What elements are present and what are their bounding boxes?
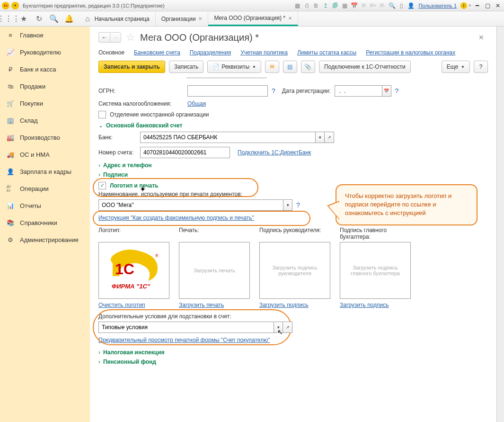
zoom-icon[interactable]: 🔍 — [388, 2, 396, 9]
sidebar-item-main[interactable]: ≡Главное — [0, 27, 90, 44]
sidebar-item-directories[interactable]: 📚Справочники — [0, 214, 90, 231]
apps-icon[interactable]: ⋮⋮⋮ — [4, 14, 13, 24]
sidebar-item-reports[interactable]: 📊Отчеты — [0, 197, 90, 214]
favorite-icon[interactable]: ★ — [19, 14, 28, 24]
close-page-button[interactable]: ✕ — [475, 34, 488, 41]
gear-icon: ⚙ — [7, 236, 14, 243]
help-icon[interactable]: ? — [395, 87, 399, 95]
sidebar-item-admin[interactable]: ⚙Администрирование — [0, 231, 90, 248]
history-icon[interactable]: ↻ — [34, 14, 44, 24]
subnav-bank-accounts[interactable]: Банковские счета — [134, 49, 180, 56]
help-button[interactable]: ? — [474, 61, 488, 73]
close-button[interactable]: ✕ — [494, 2, 502, 9]
attach-button[interactable]: 📎 — [301, 61, 315, 73]
address-section-toggle[interactable]: ›Адрес и телефон — [98, 162, 488, 169]
account-input[interactable] — [140, 147, 230, 158]
nav-back-button[interactable]: ← — [98, 32, 110, 43]
minimize-button[interactable]: ━ — [473, 2, 481, 9]
grid-icon[interactable]: ▦ — [341, 2, 348, 9]
subnav-main[interactable]: Основное — [98, 49, 124, 56]
sidebar-item-sales[interactable]: 🛍Продажи — [0, 78, 90, 95]
subnav-accounting[interactable]: Учетная политика — [240, 49, 288, 56]
sidebar-item-operations[interactable]: Дт КтОперации — [0, 180, 90, 197]
sidebar-item-salary[interactable]: 👤Зарплата и кадры — [0, 163, 90, 180]
bookmark-icon[interactable]: ☆ — [126, 31, 135, 44]
calendar-icon[interactable]: 📅 — [350, 2, 358, 9]
tab-organizations[interactable]: Организации✕ — [156, 11, 209, 26]
sign-acc-placeholder[interactable]: Загрузить подпись главного бухгалтера — [340, 242, 411, 299]
foreign-checkbox[interactable] — [98, 111, 106, 118]
stamp-placeholder[interactable]: Загрузить печать — [179, 242, 250, 299]
title-dropdown[interactable]: ▾ — [11, 2, 19, 9]
sign-head-placeholder[interactable]: Загрузить подпись руководителя — [259, 242, 330, 299]
instruction-link[interactable]: Инструкция "Как создать факсимильную под… — [98, 215, 254, 221]
logo-section-title[interactable]: Логотип и печать — [110, 182, 159, 189]
clipboard-icon[interactable]: ▯ — [398, 2, 405, 9]
bank-open-button[interactable]: ↗ — [325, 132, 334, 143]
load-sign-acc-link[interactable]: Загрузить подпись — [340, 302, 389, 308]
print-name-dropdown[interactable]: ▾ — [283, 199, 292, 211]
signatures-section-toggle[interactable]: ›Подписи — [98, 171, 488, 178]
extra-cond-open[interactable]: ↗ — [283, 322, 292, 333]
sidebar-item-warehouse[interactable]: 🏢Склад — [0, 112, 90, 129]
load-stamp-link[interactable]: Загрузить печать — [179, 302, 224, 308]
m-plus-icon[interactable]: M+ — [369, 2, 377, 9]
load-sign-head-link[interactable]: Загрузить подпись — [259, 302, 309, 308]
bank-input[interactable] — [140, 132, 315, 143]
bank-section-toggle[interactable]: ⌄Основной банковский счет — [98, 122, 488, 129]
preview-link[interactable]: Предварительный просмотр печатной формы … — [98, 337, 270, 343]
tax-system-link[interactable]: Общая — [187, 100, 206, 107]
save-button[interactable]: Записать — [169, 61, 203, 73]
docs-icon[interactable]: 🗎 — [312, 2, 320, 9]
extra-cond-input[interactable] — [98, 322, 274, 333]
clear-logo-link[interactable]: Очистить логотип — [98, 302, 145, 308]
sidebar-item-bank[interactable]: ₽Банк и касса — [0, 61, 90, 78]
import-icon[interactable]: 🗐 — [331, 2, 339, 9]
more-button[interactable]: Еще▼ — [442, 61, 470, 73]
bell-icon[interactable]: 🔔 — [64, 14, 74, 24]
building-icon: 🏢 — [7, 117, 14, 124]
mail-button[interactable]: ✉ — [265, 61, 279, 73]
save-close-button[interactable]: Записать и закрыть — [98, 61, 165, 73]
help-icon[interactable]: ? — [272, 87, 275, 95]
requisites-button[interactable]: 📄Реквизиты▼ — [207, 61, 261, 73]
nav-forward-button[interactable]: → — [110, 32, 121, 43]
search-icon[interactable]: 🔍 — [49, 14, 59, 24]
menu-icon: ≡ — [7, 31, 14, 39]
bank-dropdown-button[interactable]: ▾ — [315, 132, 325, 143]
calendar-button[interactable]: 📅 — [382, 85, 391, 97]
sidebar-item-purchases[interactable]: 🛒Покупки — [0, 95, 90, 112]
toolbar-icon[interactable]: ▦ — [293, 2, 301, 9]
ogrn-input[interactable] — [187, 85, 268, 97]
truck-icon: 🚚 — [7, 151, 14, 158]
tax-inspection-toggle[interactable]: ›Налоговая инспекция — [98, 349, 488, 356]
subnav-divisions[interactable]: Подразделения — [190, 49, 231, 56]
pension-fund-toggle[interactable]: ›Пенсионный фонд — [98, 359, 488, 365]
tab-mega-ooo[interactable]: Мега ООО (Организация) *✕ — [208, 11, 298, 26]
vertical-scrollbar[interactable] — [496, 27, 504, 422]
username-link[interactable]: Пользователь 1 — [418, 3, 457, 9]
sidebar-item-manager[interactable]: 📈Руководителю — [0, 44, 90, 61]
form-scrollable: ОГРН: ? Дата регистрации: 📅 ? Система на… — [90, 78, 496, 422]
sidebar-item-production[interactable]: 🏭Производство — [0, 129, 90, 146]
direct-bank-link[interactable]: Подключить 1С:ДиректБанк — [238, 149, 311, 156]
m-icon[interactable]: M — [360, 2, 367, 9]
sidebar-item-assets[interactable]: 🚚ОС и НМА — [0, 146, 90, 163]
export-icon[interactable]: ↥ — [322, 2, 329, 9]
maximize-button[interactable]: ▢ — [483, 2, 492, 9]
logo-checkbox[interactable]: ✓ — [98, 182, 106, 189]
connect-1c-button[interactable]: Подключение к 1С-Отчетности — [319, 61, 411, 73]
subnav-tax-registrations[interactable]: Регистрации в налоговых органах — [366, 49, 455, 56]
tab-home[interactable]: Начальная страница — [78, 11, 156, 26]
m-minus-icon[interactable]: M- — [379, 2, 386, 9]
subnav-cash-limits[interactable]: Лимиты остатка кассы — [297, 49, 356, 56]
info-icon[interactable]: i — [460, 2, 467, 9]
reg-date-input[interactable] — [335, 85, 382, 97]
list-button[interactable]: ▤ — [283, 61, 297, 73]
logo-preview[interactable]: 1С ® ФИРМА "1С" — [98, 242, 169, 299]
print-name-input[interactable] — [98, 199, 283, 211]
help-icon[interactable]: ? — [296, 201, 300, 209]
tab-close-icon[interactable]: ✕ — [198, 16, 202, 21]
tab-close-icon[interactable]: ✕ — [288, 16, 292, 21]
print-icon[interactable]: ⎙ — [303, 2, 310, 9]
